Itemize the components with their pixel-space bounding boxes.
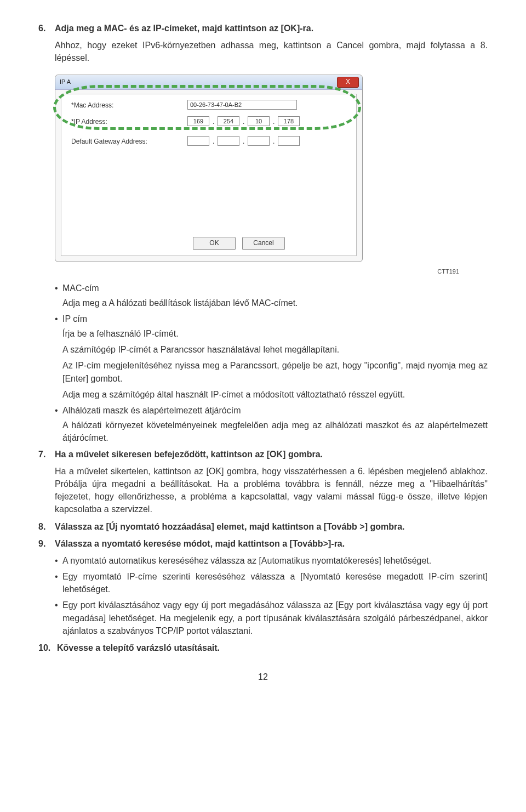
step8-num: 8. xyxy=(38,520,55,533)
bullet-dot: • xyxy=(55,599,62,637)
ip-dot: . xyxy=(243,117,244,127)
ip-dot: . xyxy=(243,137,244,146)
bullet-dot: • xyxy=(55,554,62,567)
ip-dot: . xyxy=(213,137,214,146)
gw-field-c xyxy=(248,136,270,146)
ip-line2: A számítógép IP-címét a Parancssor haszn… xyxy=(62,343,488,356)
ip-field-b: 254 xyxy=(218,116,239,126)
step6-num: 6. xyxy=(38,22,55,35)
dialog-titlebar: IP A X xyxy=(55,75,362,90)
bullet-dot: • xyxy=(55,570,62,595)
dialog-window: IP A X *Mac Address: 00-26-73-47-0A-B2 *… xyxy=(55,75,363,262)
image-code: CTT191 xyxy=(38,268,459,276)
step6-line1: Ahhoz, hogy ezeket IPv6-környezetben adh… xyxy=(55,39,488,64)
dialog-title-text: IP A xyxy=(60,78,71,87)
ip-dot: . xyxy=(273,137,275,146)
gw-body: A hálózati környezet követelményeinek me… xyxy=(62,419,488,444)
bullet-dot: • xyxy=(55,313,62,325)
step9-b2: Egy myomtató IP-címe szerinti kereséséhe… xyxy=(62,570,488,595)
step7-num: 7. xyxy=(38,448,55,461)
gw-field-a xyxy=(187,136,209,146)
step10-title: Kövesse a telepítő varázsló utasításait. xyxy=(57,643,220,652)
gw-heading: Alhálózati maszk és alapértelmezett átjá… xyxy=(62,404,241,417)
ip-dot: . xyxy=(213,117,214,127)
step6-title: Adja meg a MAC- és az IP-címeket, majd k… xyxy=(55,24,313,33)
step9-b1: A nyomtató automatikus kereséséhez válas… xyxy=(62,554,488,567)
mac-body: Adja meg a A hálózati beállítások listáj… xyxy=(62,297,488,309)
close-icon: X xyxy=(337,77,359,88)
gw-field-b xyxy=(218,136,239,146)
cancel-button: Cancel xyxy=(242,237,285,250)
ip-field-d: 178 xyxy=(278,116,300,126)
gw-field-d xyxy=(278,136,300,146)
gateway-label: Default Gateway Address: xyxy=(71,137,147,146)
step9-title: Válassza a nyomtató keresése módot, majd… xyxy=(55,539,345,548)
ok-button: OK xyxy=(193,237,236,250)
ip-label: *IP Address: xyxy=(71,117,107,127)
ip-heading: IP cím xyxy=(62,313,87,325)
dialog-body: *Mac Address: 00-26-73-47-0A-B2 *IP Addr… xyxy=(61,94,357,256)
step9-num: 9. xyxy=(38,537,55,550)
bullet-dot: • xyxy=(55,404,62,417)
step7-title: Ha a művelet sikeresen befejeződött, kat… xyxy=(55,450,323,459)
step9-b3: Egy port kiválasztásához vagy egy új por… xyxy=(62,599,488,637)
dialog-screenshot: IP A X *Mac Address: 00-26-73-47-0A-B2 *… xyxy=(55,70,367,262)
ip-dot: . xyxy=(273,117,275,127)
ip-line3: Az IP-cím megjelenítéséhez nyissa meg a … xyxy=(62,359,488,384)
ip-field-a: 169 xyxy=(187,116,209,126)
step10-num: 10. xyxy=(38,641,57,654)
page-number: 12 xyxy=(38,671,488,683)
ip-line1: Írja be a felhasználó IP-címét. xyxy=(62,327,488,340)
step7-body: Ha a művelet sikertelen, kattintson az [… xyxy=(55,465,488,516)
step8-title: Válassza az [Új nyomtató hozzáadása] ele… xyxy=(55,522,405,531)
bullet-dot: • xyxy=(55,282,62,294)
mac-label: *Mac Address: xyxy=(71,101,113,110)
mac-heading: MAC-cím xyxy=(62,282,99,294)
ip-field-c: 10 xyxy=(248,116,270,126)
mac-field: 00-26-73-47-0A-B2 xyxy=(187,100,297,110)
ip-line4: Adja meg a számítógép által használt IP-… xyxy=(62,388,488,401)
